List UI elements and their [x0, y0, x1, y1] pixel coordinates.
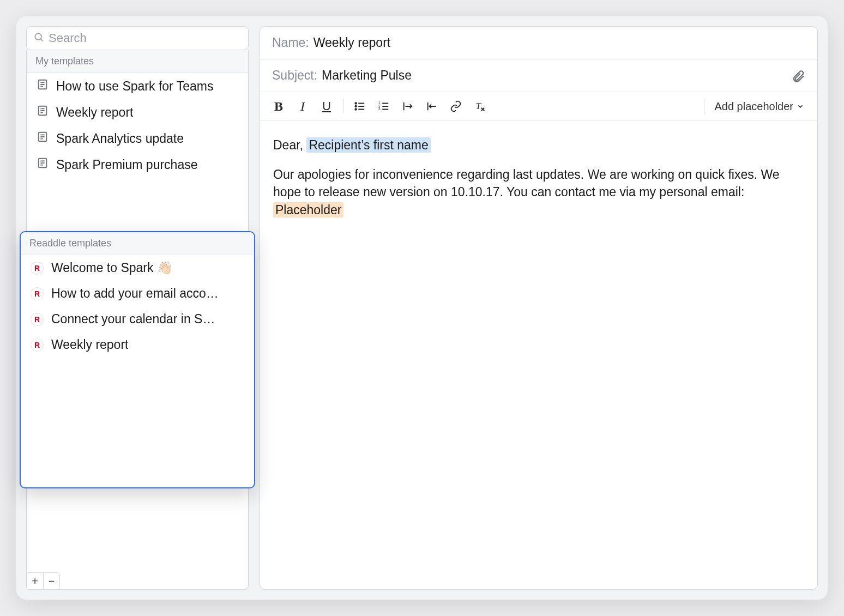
readdle-icon: R [31, 313, 44, 326]
template-item[interactable]: Weekly report [27, 99, 248, 125]
svg-line-1 [41, 39, 43, 41]
name-value: Weekly report [314, 35, 390, 50]
search-field[interactable] [26, 26, 249, 50]
link-button[interactable] [445, 96, 467, 116]
clear-format-button[interactable]: T [469, 96, 491, 116]
svg-text:3: 3 [378, 107, 381, 111]
readdle-templates-popover: Readdle templates R Welcome to Spark 👋🏻 … [20, 231, 255, 488]
svg-text:T: T [476, 101, 482, 111]
document-icon [37, 157, 49, 172]
add-remove-bar: + − [26, 572, 60, 590]
document-icon [37, 78, 49, 94]
svg-point-20 [355, 106, 357, 107]
template-label: Weekly report [56, 105, 133, 120]
readdle-templates-header: Readdle templates [21, 232, 254, 255]
svg-point-22 [355, 108, 357, 110]
recipient-first-name-placeholder[interactable]: Recipient’s first name [306, 137, 430, 153]
search-icon [33, 32, 44, 45]
template-item[interactable]: How to use Spark for Teams [27, 73, 248, 99]
bulleted-list-button[interactable] [349, 96, 371, 116]
my-templates-header: My templates [27, 50, 248, 73]
name-label: Name: [272, 35, 309, 50]
template-item[interactable]: Spark Premium purchase [27, 152, 248, 178]
subject-label: Subject: [272, 68, 317, 83]
template-item[interactable]: R Weekly report [21, 332, 254, 358]
custom-placeholder-chip[interactable]: Placeholder [273, 202, 343, 218]
sidebar: My templates How to use Spark for Teams [26, 26, 249, 590]
chevron-down-icon [797, 100, 804, 113]
underline-button[interactable]: U [316, 96, 337, 116]
italic-button[interactable]: I [292, 96, 314, 116]
body-paragraph: Our apologies for inconvenience regardin… [273, 167, 780, 199]
template-label: Spark Premium purchase [56, 158, 198, 172]
readdle-icon: R [31, 287, 44, 300]
add-placeholder-button[interactable]: Add placeholder [704, 98, 810, 115]
template-label: Weekly report [51, 337, 128, 352]
svg-point-18 [355, 102, 357, 104]
template-item[interactable]: R Welcome to Spark 👋🏻 [21, 255, 254, 281]
add-placeholder-label: Add placeholder [714, 100, 793, 113]
format-toolbar: B I U 1 2 3 [260, 92, 817, 121]
template-label: How to use Spark for Teams [56, 79, 213, 94]
subject-field-row[interactable]: Subject: Marketing Pulse [260, 59, 817, 92]
template-label: Welcome to Spark 👋🏻 [51, 261, 173, 275]
readdle-icon: R [31, 262, 44, 275]
subject-value: Marketing Pulse [322, 68, 412, 83]
editor-body[interactable]: Dear, Recipient’s first name Our apologi… [260, 121, 817, 589]
template-label: Spark Analytics update [56, 131, 184, 146]
template-item[interactable]: R Connect your calendar in S… [21, 306, 254, 332]
indent-button[interactable] [397, 96, 419, 116]
templates-window: My templates How to use Spark for Teams [16, 16, 828, 600]
template-label: How to add your email acco… [51, 286, 219, 301]
template-label: Connect your calendar in S… [51, 312, 215, 327]
toolbar-separator [343, 99, 343, 113]
name-field-row[interactable]: Name: Weekly report [260, 27, 817, 59]
add-template-button[interactable]: + [27, 573, 43, 589]
template-item[interactable]: R How to add your email acco… [21, 281, 254, 306]
svg-point-0 [35, 33, 41, 40]
search-input[interactable] [49, 31, 242, 45]
greeting-prefix: Dear, [273, 138, 306, 152]
numbered-list-button[interactable]: 1 2 3 [373, 96, 395, 116]
document-icon [37, 105, 49, 120]
template-editor: Name: Weekly report Subject: Marketing P… [260, 26, 818, 590]
bold-button[interactable]: B [268, 96, 290, 116]
document-icon [37, 131, 49, 146]
attachment-icon[interactable] [791, 69, 805, 83]
template-item[interactable]: Spark Analytics update [27, 125, 248, 152]
remove-template-button[interactable]: − [43, 573, 59, 589]
readdle-icon: R [31, 339, 44, 352]
outdent-button[interactable] [421, 96, 443, 116]
